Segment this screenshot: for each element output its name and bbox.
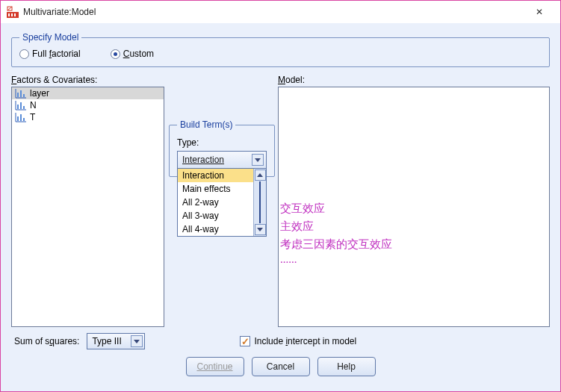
type-dropdown: Interaction Main effects All 2-way All 3… bbox=[177, 168, 267, 237]
svg-rect-3 bbox=[11, 13, 13, 16]
dropdown-arrow-icon bbox=[252, 154, 264, 166]
specify-model-legend: Specify Model bbox=[19, 32, 81, 43]
radio-full-factorial-label: Full factorial bbox=[32, 49, 81, 59]
radio-icon bbox=[111, 49, 120, 59]
content-area: Specify Model Full factorial Custom Fact… bbox=[1, 23, 560, 391]
radio-custom[interactable]: Custom bbox=[111, 49, 154, 59]
close-icon: ✕ bbox=[536, 7, 543, 17]
svg-rect-16 bbox=[23, 106, 25, 109]
sum-of-squares-value: Type III bbox=[92, 336, 121, 346]
dropdown-option[interactable]: Interaction bbox=[178, 169, 253, 182]
list-item[interactable]: layer bbox=[12, 87, 164, 99]
model-listbox[interactable]: 交互效应 主效应 考虑三因素的交互效应 ······ bbox=[278, 87, 550, 327]
specify-model-group: Specify Model Full factorial Custom bbox=[11, 32, 550, 67]
radio-icon bbox=[19, 49, 29, 59]
scroll-thumb[interactable] bbox=[259, 181, 261, 223]
svg-rect-20 bbox=[20, 114, 22, 121]
dropdown-option[interactable]: All 3-way bbox=[178, 209, 253, 223]
include-intercept-checkbox[interactable]: ✓ Include intercept in model bbox=[240, 336, 356, 346]
sum-of-squares-combobox[interactable]: Type III bbox=[87, 333, 145, 349]
model-label: Model: bbox=[278, 75, 550, 85]
annotation-line: 交互效应 bbox=[280, 199, 392, 217]
dialog-window: Multivariate:Model ✕ Specify Model Full … bbox=[0, 0, 561, 392]
annotation-line: 主效应 bbox=[280, 217, 392, 235]
type-combobox[interactable]: Interaction bbox=[177, 151, 267, 169]
sum-of-squares-label: Sum of squares: bbox=[14, 336, 79, 346]
build-terms-legend: Build Term(s) bbox=[177, 119, 235, 130]
build-terms-column: Build Term(s) Type: Interaction Interact… bbox=[169, 75, 273, 327]
app-icon bbox=[7, 6, 19, 18]
build-terms-group: Build Term(s) Type: Interaction Interact… bbox=[169, 119, 275, 177]
model-column: Model: 交互效应 主效应 考虑三因素的交互效应 ······ bbox=[278, 75, 550, 327]
radio-custom-label: Custom bbox=[123, 49, 154, 59]
svg-rect-21 bbox=[23, 118, 25, 121]
svg-rect-2 bbox=[8, 13, 10, 16]
button-row: Continue Cancel Help bbox=[11, 352, 550, 384]
window-title: Multivariate:Model bbox=[23, 7, 96, 17]
titlebar: Multivariate:Model ✕ bbox=[1, 1, 560, 23]
include-intercept-label: Include intercept in model bbox=[254, 336, 356, 346]
checkbox-icon: ✓ bbox=[240, 336, 250, 346]
cancel-button[interactable]: Cancel bbox=[252, 357, 310, 376]
radio-full-factorial[interactable]: Full factorial bbox=[19, 49, 81, 59]
annotation-overlay: 交互效应 主效应 考虑三因素的交互效应 ······ bbox=[280, 199, 392, 271]
scroll-down-icon[interactable] bbox=[255, 224, 266, 235]
continue-button[interactable]: Continue bbox=[186, 357, 244, 376]
svg-rect-9 bbox=[17, 93, 19, 97]
dropdown-option[interactable]: All 4-way bbox=[178, 223, 253, 236]
scale-icon bbox=[15, 112, 27, 122]
svg-rect-14 bbox=[17, 105, 19, 109]
scale-icon bbox=[15, 88, 27, 99]
svg-rect-1 bbox=[7, 11, 19, 12]
list-item-label: N bbox=[30, 100, 37, 111]
dropdown-option[interactable]: Main effects bbox=[178, 182, 253, 196]
factors-label: Factors & Covariates: bbox=[11, 75, 164, 85]
svg-rect-11 bbox=[23, 94, 25, 97]
options-row: Sum of squares: Type III ✓ Include inter… bbox=[11, 327, 550, 352]
help-button[interactable]: Help bbox=[317, 357, 376, 376]
svg-rect-19 bbox=[17, 116, 19, 121]
list-item-label: layer bbox=[30, 88, 49, 99]
dropdown-option[interactable]: All 2-way bbox=[178, 196, 253, 209]
factors-column: Factors & Covariates: layer N bbox=[11, 75, 164, 327]
factors-listbox[interactable]: layer N T bbox=[11, 87, 164, 327]
svg-rect-15 bbox=[20, 102, 22, 109]
dropdown-scrollbar[interactable] bbox=[253, 169, 266, 236]
close-button[interactable]: ✕ bbox=[524, 1, 554, 22]
scale-icon bbox=[15, 100, 27, 111]
scroll-up-icon[interactable] bbox=[255, 169, 266, 181]
list-item[interactable]: T bbox=[12, 111, 164, 123]
svg-line-6 bbox=[7, 7, 12, 10]
list-item[interactable]: N bbox=[12, 99, 164, 111]
svg-rect-4 bbox=[14, 13, 16, 16]
type-selected-value: Interaction bbox=[182, 155, 224, 165]
annotation-line: ······ bbox=[280, 253, 392, 271]
type-label: Type: bbox=[177, 137, 267, 148]
dropdown-arrow-icon bbox=[131, 335, 143, 347]
annotation-line: 考虑三因素的交互效应 bbox=[280, 235, 392, 253]
svg-rect-10 bbox=[20, 90, 22, 97]
list-item-label: T bbox=[30, 112, 35, 122]
